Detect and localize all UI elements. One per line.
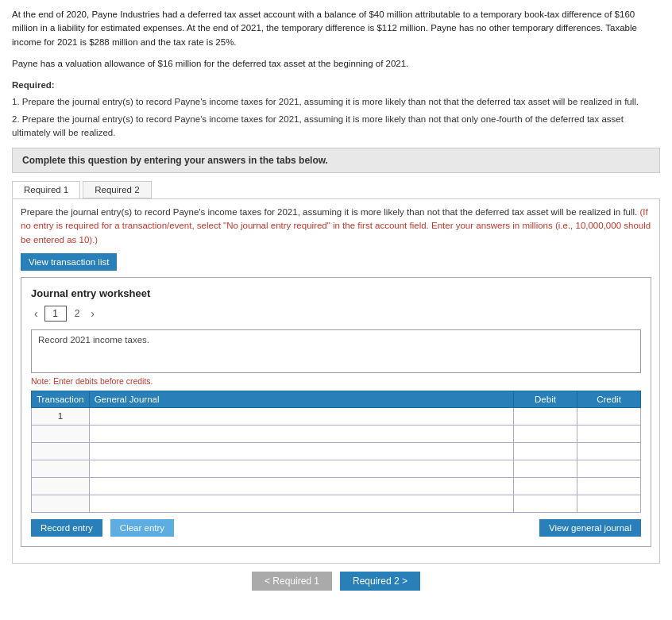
col-header-credit: Credit [577, 391, 641, 407]
credit-cell-4[interactable] [577, 460, 641, 477]
debit-cell-6[interactable] [514, 495, 577, 512]
col-header-transaction: Transaction [32, 391, 90, 407]
tabs-bar: Required 1 Required 2 [12, 181, 660, 198]
general-journal-cell-6[interactable] [89, 495, 513, 512]
transaction-cell-2 [32, 425, 90, 442]
nav-required1-label: < Required 1 [265, 576, 319, 587]
general-journal-input-4[interactable] [94, 464, 509, 473]
debit-cell-3[interactable] [514, 442, 577, 460]
page-next-arrow[interactable]: › [87, 307, 98, 320]
journal-table: Transaction General Journal Debit Credit… [31, 391, 641, 513]
general-journal-input-1[interactable] [94, 411, 509, 421]
debit-input-6[interactable] [518, 499, 573, 508]
general-journal-cell-3[interactable] [89, 442, 513, 460]
required-label: Required: [12, 80, 55, 90]
table-row [32, 495, 641, 512]
debit-input-1[interactable] [518, 411, 573, 421]
col-header-debit: Debit [514, 391, 577, 407]
worksheet-buttons: Record entry Clear entry View general jo… [31, 519, 641, 537]
tab-required1[interactable]: Required 1 [12, 181, 80, 198]
debit-input-3[interactable] [518, 446, 573, 456]
worksheet-title: Journal entry worksheet [31, 287, 641, 299]
complete-box: Complete this question by entering your … [12, 148, 660, 173]
general-journal-cell-4[interactable] [89, 460, 513, 477]
credit-input-5[interactable] [581, 481, 636, 491]
view-transaction-button[interactable]: View transaction list [21, 253, 117, 271]
nav-required2-button[interactable]: Required 2 > [340, 572, 420, 591]
instruction-text1: Prepare the journal entry(s) to record P… [21, 206, 651, 247]
credit-input-2[interactable] [581, 429, 636, 438]
intro-paragraph2: Payne has a valuation allowance of $16 m… [12, 57, 660, 71]
transaction-cell-6 [32, 495, 90, 512]
required-section: Required: 1. Prepare the journal entry(s… [12, 79, 660, 140]
credit-cell-5[interactable] [577, 477, 641, 495]
general-journal-cell-2[interactable] [89, 425, 513, 442]
debit-cell-4[interactable] [514, 460, 577, 477]
required-item1: 1. Prepare the journal entry(s) to recor… [12, 95, 660, 109]
nav-required1-button[interactable]: < Required 1 [252, 572, 332, 591]
credit-cell-2[interactable] [577, 425, 641, 442]
page-1[interactable]: 1 [44, 306, 67, 322]
credit-input-1[interactable] [581, 411, 636, 421]
record-description: Record 2021 income taxes. [31, 329, 641, 373]
table-row [32, 442, 641, 460]
credit-cell-1[interactable] [577, 407, 641, 425]
transaction-cell-4 [32, 460, 90, 477]
table-row [32, 425, 641, 442]
debit-input-4[interactable] [518, 464, 573, 473]
general-journal-cell-1[interactable] [89, 407, 513, 425]
debit-cell-2[interactable] [514, 425, 577, 442]
page-navigation: ‹ 1 2 › [31, 306, 641, 322]
transaction-cell-3 [32, 442, 90, 460]
credit-input-3[interactable] [581, 446, 636, 456]
table-row [32, 477, 641, 495]
tab-required2[interactable]: Required 2 [83, 181, 151, 198]
debit-cell-1[interactable] [514, 407, 577, 425]
required-item2: 2. Prepare the journal entry(s) to recor… [12, 113, 660, 141]
table-row [32, 460, 641, 477]
page-prev-arrow[interactable]: ‹ [31, 307, 41, 320]
col-header-general-journal: General Journal [89, 391, 513, 407]
table-row: 1 [32, 407, 641, 425]
credit-cell-3[interactable] [577, 442, 641, 460]
general-journal-input-5[interactable] [94, 481, 509, 491]
intro-paragraph1: At the end of 2020, Payne Industries had… [12, 8, 660, 49]
nav-required2-label: Required 2 > [353, 576, 407, 587]
debit-input-5[interactable] [518, 481, 573, 491]
credit-cell-6[interactable] [577, 495, 641, 512]
credit-input-6[interactable] [581, 499, 636, 508]
transaction-cell-1: 1 [32, 407, 90, 425]
journal-worksheet: Journal entry worksheet ‹ 1 2 › Record 2… [21, 277, 651, 547]
credit-input-4[interactable] [581, 464, 636, 473]
debit-input-2[interactable] [518, 429, 573, 438]
general-journal-input-3[interactable] [94, 446, 509, 456]
general-journal-cell-5[interactable] [89, 477, 513, 495]
debit-cell-5[interactable] [514, 477, 577, 495]
note-text: Note: Enter debits before credits. [31, 376, 641, 386]
clear-entry-button[interactable]: Clear entry [110, 519, 174, 537]
general-journal-input-6[interactable] [94, 499, 509, 508]
view-general-journal-button[interactable]: View general journal [539, 519, 641, 537]
general-journal-input-2[interactable] [94, 429, 509, 438]
transaction-cell-5 [32, 477, 90, 495]
bottom-navigation: < Required 1 Required 2 > [12, 572, 660, 591]
page-2[interactable]: 2 [70, 306, 85, 321]
record-entry-button[interactable]: Record entry [31, 519, 102, 537]
tab-content: Prepare the journal entry(s) to record P… [12, 198, 660, 564]
